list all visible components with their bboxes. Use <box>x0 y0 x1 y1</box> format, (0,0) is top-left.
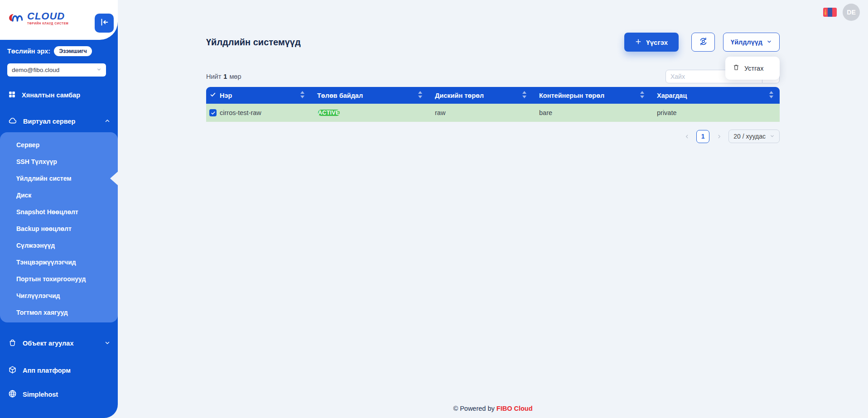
previous-page-button[interactable] <box>682 130 691 143</box>
submenu-label: Сүлжээнүүд <box>16 242 55 249</box>
actions-button-label: Үйлдлүүд <box>731 38 762 46</box>
project-role-label: Төслийн эрх: <box>7 48 50 55</box>
page-size-value: 20 / хуудас <box>733 133 766 140</box>
sidebar-item-operating-system[interactable]: Үйлдлийн систем <box>0 170 118 187</box>
submenu-label: Тэнцвэржүүлэгчид <box>16 259 76 266</box>
column-header-container-type[interactable]: Контейнерын төрөл <box>533 91 651 100</box>
total-prefix: Нийт <box>206 73 221 80</box>
sidebar-item-label: Хяналтын самбар <box>22 91 80 99</box>
next-page-button[interactable] <box>714 130 723 143</box>
column-header-name[interactable]: Нэр <box>220 91 311 100</box>
os-table: Нэр Төлөв байдал Дискийн төрөл Контейнер… <box>206 87 780 122</box>
total-count: 1 <box>223 73 227 80</box>
sort-carets-icon[interactable] <box>640 91 644 100</box>
refresh-button[interactable] <box>691 33 715 52</box>
sidebar-item-dashboard[interactable]: Хяналтын самбар <box>0 87 118 103</box>
sidebar-item-port-settings[interactable]: Портын тохиргоонууд <box>0 270 118 287</box>
sidebar-item-ssh-key[interactable]: SSH Түлхүүр <box>0 153 118 170</box>
actions-dropdown-menu: Устгах <box>725 57 780 80</box>
sidebar-item-virtual-server[interactable]: Виртуал сервер <box>0 113 118 130</box>
sidebar-item-networks[interactable]: Сүлжээнүүд <box>0 237 118 254</box>
submenu-label: Сервер <box>16 141 39 149</box>
select-all-check-icon[interactable] <box>210 91 216 99</box>
header-cell-checkbox <box>206 91 220 99</box>
globe-icon <box>8 389 17 399</box>
sidebar-item-simplehost[interactable]: Simplehost <box>0 386 118 403</box>
column-header-status[interactable]: Төлөв байдал <box>311 91 429 100</box>
sort-carets-icon[interactable] <box>300 91 304 100</box>
sidebar-item-label: Объект агуулах <box>23 340 73 347</box>
sidebar-item-snapshot-backup[interactable]: Snapshot Нөөцлөлт <box>0 203 118 220</box>
sidebar-item-app-platform[interactable]: Апп платформ <box>0 362 118 379</box>
column-label: Дискийн төрөл <box>435 92 484 99</box>
row-checkbox-checked[interactable] <box>209 109 217 116</box>
logo-subtext: ТӨРИЙН КЛАУД СИСТЕМ <box>27 22 68 25</box>
topbar: DE <box>823 4 860 21</box>
sidebar-item-static-addresses[interactable]: Тогтмол хаягууд <box>0 304 118 321</box>
header-actions: Үүсгэх Үйлдлүүд <box>624 33 780 52</box>
submenu-label: Snapshot Нөөцлөлт <box>16 208 78 216</box>
avatar-initials: DE <box>847 9 855 16</box>
cell-disk-type: raw <box>429 109 533 116</box>
sidebar-item-disk[interactable]: Диск <box>0 187 118 203</box>
sidebar-collapse-button[interactable] <box>95 14 114 33</box>
column-header-visibility[interactable]: Харагдац <box>651 91 780 100</box>
footer-text: © Powered by <box>453 405 494 412</box>
chevron-down-icon <box>770 133 775 140</box>
table-info-row: Нийт 1 мөр <box>206 70 780 83</box>
menu-item-delete[interactable]: Устгах <box>725 59 780 77</box>
submenu-label: Диск <box>16 192 31 199</box>
page-number-button[interactable]: 1 <box>696 130 709 143</box>
submenu-label: SSH Түлхүүр <box>16 158 57 165</box>
menu-item-label: Устгах <box>744 65 763 72</box>
sidebar-item-object-storage[interactable]: Объект агуулах <box>0 335 118 351</box>
sidebar-item-backup[interactable]: Backup нөөцлөлт <box>0 220 118 237</box>
sort-carets-icon[interactable] <box>522 91 526 100</box>
pagination: 1 20 / хуудас <box>682 130 780 143</box>
sort-carets-icon[interactable] <box>418 91 422 100</box>
column-header-disk-type[interactable]: Дискийн төрөл <box>429 91 533 100</box>
dashboard-grid-icon <box>8 91 16 100</box>
submenu-label: Тогтмол хаягууд <box>16 309 68 316</box>
submenu-label: Чиглүүлэгчид <box>16 292 60 299</box>
status-badge: ACTIVE <box>318 110 340 116</box>
sidebar-item-load-balancers[interactable]: Тэнцвэржүүлэгчид <box>0 254 118 270</box>
project-role-badge: Эзэмшигч <box>54 46 92 56</box>
chevron-down-icon <box>767 38 772 46</box>
cell-container-type: bare <box>533 109 651 116</box>
chevron-down-icon <box>104 340 111 347</box>
column-label: Контейнерын төрөл <box>539 92 604 99</box>
cloud-logo-icon <box>7 11 24 25</box>
sidebar-item-label: Апп платформ <box>23 367 71 374</box>
refresh-sync-icon <box>699 37 708 48</box>
project-role-row: Төслийн эрх: Эзэмшигч <box>7 46 112 56</box>
collapse-sidebar-icon <box>99 17 109 29</box>
sidebar-item-server[interactable]: Сервер <box>0 136 118 153</box>
sidebar-item-routers[interactable]: Чиглүүлэгчид <box>0 287 118 304</box>
mongolian-flag-language-icon[interactable] <box>823 8 837 17</box>
main-content: Үйлдлийн системүүд Үүсгэх <box>118 0 868 418</box>
create-button[interactable]: Үүсгэх <box>624 33 679 52</box>
sort-carets-icon[interactable] <box>769 91 773 100</box>
chevron-up-icon <box>104 118 111 125</box>
column-label: Нэр <box>220 92 232 99</box>
actions-dropdown-button[interactable]: Үйлдлүүд <box>723 33 780 52</box>
page-size-select[interactable]: 20 / хуудас <box>728 130 780 143</box>
chevron-down-icon <box>96 67 101 73</box>
total-rows-text: Нийт 1 мөр <box>206 73 241 80</box>
bucket-icon <box>8 338 17 348</box>
logo-text: CLOUD <box>27 11 68 21</box>
trash-icon <box>733 64 740 72</box>
brand-logo[interactable]: CLOUD ТӨРИЙН КЛАУД СИСТЕМ <box>7 11 68 25</box>
cell-status: ACTIVE <box>311 107 429 119</box>
table-row[interactable]: cirros-test-raw ACTIVE raw bare private <box>206 104 780 122</box>
table-header-row: Нэр Төлөв байдал Дискийн төрөл Контейнер… <box>206 87 780 104</box>
page-title: Үйлдлийн системүүд <box>206 37 301 48</box>
create-button-label: Үүсгэх <box>646 38 668 46</box>
footer-brand-link[interactable]: FIBO Cloud <box>497 405 533 412</box>
account-select[interactable]: demo@fibo.cloud <box>7 63 106 77</box>
sidebar-item-label: Виртуал сервер <box>23 118 75 125</box>
submenu-label: Портын тохиргоонууд <box>16 275 86 283</box>
user-avatar[interactable]: DE <box>843 4 860 21</box>
virtual-server-submenu: Сервер SSH Түлхүүр Үйлдлийн систем Диск … <box>0 132 118 322</box>
